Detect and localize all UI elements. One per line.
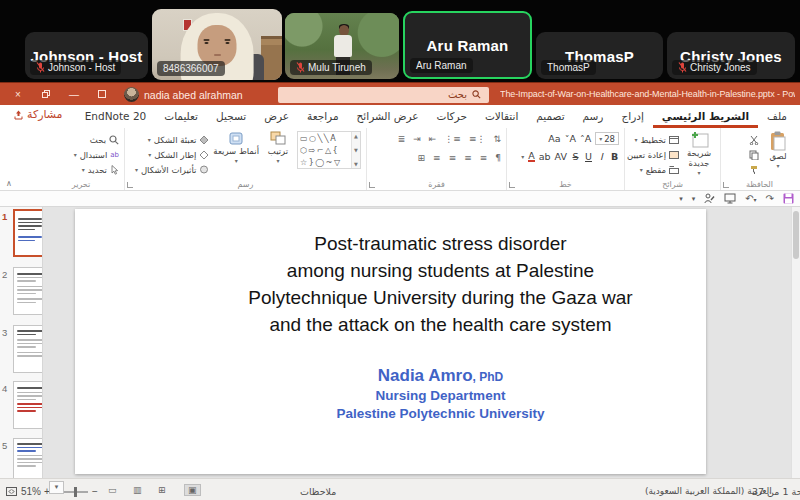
tab-slideshow[interactable]: عرض الشرائح <box>348 105 428 128</box>
zoom-out-button[interactable]: − <box>92 486 98 497</box>
participant-label: ThomasP <box>541 60 596 75</box>
participant-tile-video-2[interactable]: Mulu Tiruneh <box>285 13 399 79</box>
quick-styles-button[interactable]: أنماط سريعة ▾ <box>213 131 259 165</box>
redo-button[interactable]: ↷ <box>766 193 774 204</box>
close-window-button[interactable]: × <box>4 83 32 106</box>
share-button[interactable]: مشاركة <box>14 108 63 121</box>
notes-button[interactable]: ملاحظات <box>300 486 336 497</box>
underline-button[interactable]: U <box>584 151 593 162</box>
grow-font-button[interactable]: A˄ <box>580 133 591 144</box>
scrollbar-thumb[interactable] <box>793 211 799 259</box>
undo-button[interactable]: ↶▾ <box>745 193 756 204</box>
tab-file[interactable]: ملف <box>758 105 796 128</box>
reading-view-button[interactable]: ▥ <box>133 485 142 495</box>
select-button[interactable]: تحديد▾ <box>74 163 119 176</box>
qat-overflow-icon[interactable]: ▾ <box>692 195 696 203</box>
tab-endnote[interactable]: EndNote 20 <box>76 105 156 128</box>
increase-indent-button[interactable]: ⇥ <box>413 134 421 144</box>
present-monitor-icon[interactable] <box>724 193 736 204</box>
tab-help[interactable]: تعليمات <box>155 105 207 128</box>
change-case-button[interactable]: Aa <box>548 133 560 144</box>
new-slide-button[interactable]: شريحة جديدة ▾ <box>683 131 715 176</box>
reset-button[interactable]: إعادة تعيين <box>627 148 679 161</box>
vertical-scrollbar[interactable] <box>791 207 800 478</box>
tab-home-selected[interactable]: الشريط الرئيسي <box>653 105 758 128</box>
font-color-button[interactable]: A <box>528 151 535 163</box>
slide-thumbnail-3[interactable] <box>13 325 43 373</box>
slide-sorter-view-button[interactable]: ⊞ <box>158 485 166 495</box>
line-spacing-button[interactable]: ≣ <box>398 134 406 144</box>
participant-tile-aru-raman-active-speaker[interactable]: Aru Raman Aru Raman <box>403 11 532 79</box>
shape-outline-button[interactable]: إطار الشكل▾ <box>135 148 209 161</box>
italic-button[interactable]: I <box>597 151 606 162</box>
slide-canvas[interactable]: Post-traumatic stress disorder among nur… <box>75 209 706 474</box>
slide-thumbnail-1-selected[interactable] <box>13 209 43 257</box>
font-size-box[interactable]: 28▾ <box>595 132 619 145</box>
normal-view-button[interactable]: ▣ <box>184 484 201 496</box>
tab-transitions[interactable]: انتقالات <box>476 105 527 128</box>
minimize-window-button[interactable]: — <box>60 83 88 106</box>
paragraph-dialog-launcher[interactable] <box>369 182 375 188</box>
strikethrough-button[interactable]: S <box>571 151 580 162</box>
numbering-button[interactable]: ≡⋮ <box>444 134 461 144</box>
shape-effects-button[interactable]: تأثيرات الأشكال▾ <box>135 163 209 176</box>
subscript-button[interactable]: ab <box>539 151 551 162</box>
justify-button[interactable]: ≡ <box>433 153 441 163</box>
bold-button[interactable]: B <box>610 151 619 162</box>
tab-draw[interactable]: رسم <box>574 105 613 128</box>
participant-tile-johnson[interactable]: Johnson - Host Johnson - Host <box>25 32 148 79</box>
font-dialog-launcher[interactable] <box>509 182 515 188</box>
slide-thumbnail-5[interactable] <box>13 438 43 478</box>
zoom-slider-thumb[interactable] <box>74 487 77 497</box>
tab-record[interactable]: تسجيل <box>207 105 255 128</box>
format-painter-button[interactable] <box>749 163 759 176</box>
sort-text-button[interactable]: ⇅ <box>493 134 501 144</box>
clipboard-dialog-launcher[interactable] <box>723 182 729 188</box>
slide-thumbnail-2[interactable] <box>13 267 43 315</box>
shapes-gallery-scroll[interactable]: ▲▼▼ <box>351 132 360 168</box>
replace-button[interactable]: abاستبدال▾ <box>74 148 119 161</box>
paste-button[interactable]: لصق ▾ <box>763 131 793 170</box>
shapes-gallery[interactable]: ▭○╲╲A ⬡⇨⌐△{ ☆}◯~▽ ▲▼▼ <box>297 131 361 169</box>
tab-view[interactable]: عرض <box>255 105 298 128</box>
ribbon-display-options-button[interactable] <box>88 83 116 106</box>
bullets-button[interactable]: ⋮≡ <box>469 134 486 144</box>
tab-review[interactable]: مراجعة <box>298 105 348 128</box>
shrink-font-button[interactable]: A˅ <box>565 133 576 144</box>
participant-tile-thomasp[interactable]: ThomasP ThomasP <box>536 32 663 79</box>
account-avatar[interactable] <box>124 87 139 102</box>
zoom-level[interactable]: 51% <box>21 486 41 497</box>
slide-thumbnail-panel[interactable]: 1 2 3 4 5 <box>0 207 43 478</box>
section-button[interactable]: مقطع▾ <box>627 163 679 176</box>
shape-fill-button[interactable]: تعبئة الشكل▾ <box>135 133 209 146</box>
collapse-ribbon-button[interactable]: ∧ <box>6 179 12 188</box>
drawing-dialog-launcher[interactable] <box>127 182 133 188</box>
participant-tile-video-1[interactable]: 8486366007 <box>152 9 282 80</box>
align-center-button[interactable]: ≡ <box>464 153 472 163</box>
tab-animations[interactable]: حركات <box>428 105 476 128</box>
editor-pen-icon[interactable] <box>704 193 715 204</box>
qat-customize-icon[interactable]: ▾ <box>679 195 683 203</box>
character-spacing-button[interactable]: AV <box>555 151 567 162</box>
paragraph-marks-button[interactable]: ¶ <box>495 153 501 163</box>
search-box[interactable]: بحث <box>278 87 489 103</box>
arrange-button[interactable]: ترتيب ▾ <box>263 131 293 165</box>
find-button[interactable]: بحث <box>74 133 119 146</box>
align-right-button[interactable]: ≡ <box>480 153 488 163</box>
fit-slide-to-window-icon[interactable] <box>6 487 17 496</box>
thumbnail-pane-options-button[interactable]: ▼ <box>49 481 64 494</box>
layout-button[interactable]: تخطيط▾ <box>627 133 679 146</box>
tab-design[interactable]: تصميم <box>527 105 573 128</box>
tab-insert[interactable]: إدراج <box>612 105 652 128</box>
slideshow-view-button[interactable]: ▭ <box>108 485 117 495</box>
cut-button[interactable] <box>749 133 759 146</box>
participant-tile-christy-jones[interactable]: Christy Jones Christy Jones <box>667 32 795 79</box>
columns-button[interactable]: ⊞ <box>418 153 426 163</box>
align-left-button[interactable]: ≡ <box>449 153 457 163</box>
save-icon[interactable] <box>783 193 794 204</box>
slide-thumbnail-4[interactable] <box>13 381 43 429</box>
decrease-indent-button[interactable]: ⇤ <box>429 134 437 144</box>
shape-effects-icon <box>199 165 209 174</box>
copy-button[interactable] <box>749 148 759 161</box>
restore-window-button[interactable] <box>32 83 60 106</box>
